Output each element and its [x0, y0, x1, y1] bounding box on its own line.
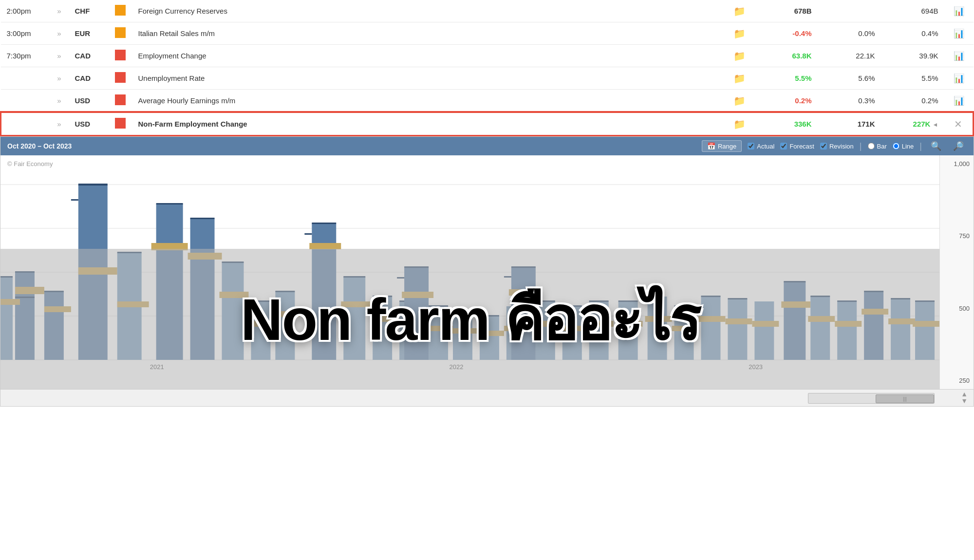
actual-cell: -0.4% [754, 22, 818, 45]
forecast-cell: 171K [818, 112, 881, 136]
forecast-cell: 5.6% [818, 67, 881, 90]
revision-checkbox-label[interactable]: Revision [820, 143, 854, 150]
sound-icon: » [57, 7, 61, 15]
sound-icon-cell: » [50, 90, 69, 112]
doc-icon: 📁 [733, 119, 746, 130]
actual-checkbox[interactable] [748, 143, 754, 149]
forecast-cell [818, 0, 881, 22]
actual-label: Actual [757, 143, 774, 150]
currency-cell: USD [69, 112, 108, 136]
flag-cell [108, 67, 132, 90]
scrollbar-track[interactable]: ||| [808, 393, 935, 404]
chart-icon[interactable]: 📊 [954, 74, 964, 83]
impact-flag [115, 94, 126, 105]
svg-rect-36 [312, 223, 336, 224]
chart-canvas: © Fair Economy [0, 155, 939, 389]
actual-checkbox-label[interactable]: Actual [748, 143, 774, 150]
table-row: 3:00pm » EUR Italian Retail Sales m/m 📁 … [1, 22, 974, 45]
doc-cell: 📁 [725, 90, 754, 112]
actual-cell: 63.8K [754, 45, 818, 67]
chart-cell[interactable]: 📊 [944, 67, 974, 90]
doc-cell: 📁 [725, 112, 754, 136]
svg-rect-37 [304, 233, 312, 235]
sound-icon-cell: » [50, 0, 69, 22]
scrollbar-thumb[interactable]: ||| [876, 394, 934, 403]
range-label: Range [718, 143, 736, 150]
flag-cell [108, 45, 132, 67]
chart-controls: 📅 Range Actual Forecast Revision | Bar [702, 140, 967, 152]
doc-icon: 📁 [733, 73, 746, 84]
svg-rect-15 [71, 199, 78, 201]
svg-rect-21 [156, 203, 183, 205]
sound-icon: » [57, 29, 61, 37]
flag-cell [108, 112, 132, 136]
chart-cell[interactable]: 📊 [944, 45, 974, 67]
event-cell: Average Hourly Earnings m/m [132, 90, 725, 112]
chart-icon[interactable]: 📊 [954, 29, 964, 38]
doc-icon: 📁 [733, 95, 746, 106]
range-button[interactable]: 📅 Range [702, 140, 742, 152]
y-label-500: 500 [944, 305, 970, 312]
chart-y-axis: 1,000 750 500 250 [939, 155, 974, 389]
chart-cell[interactable]: 📊 [944, 0, 974, 22]
chart-cell[interactable]: 📊 [944, 22, 974, 45]
revision-checkbox[interactable] [820, 143, 827, 149]
chart-cell[interactable]: 📊 [944, 90, 974, 112]
chart-cell[interactable]: ✕ [944, 112, 974, 136]
divider2: | [919, 141, 922, 151]
currency-cell: CAD [69, 67, 108, 90]
chart-icon[interactable]: 📊 [954, 51, 964, 61]
chart-watermark: © Fair Economy [7, 160, 53, 168]
scrollbar-thumb-icon: ||| [903, 396, 907, 402]
impact-flag [115, 72, 126, 83]
y-label-750: 750 [944, 232, 970, 240]
line-radio-label[interactable]: Line [893, 143, 914, 150]
table-row: 2:00pm » CHF Foreign Currency Reserves 📁… [1, 0, 974, 22]
line-radio[interactable] [893, 143, 899, 149]
event-cell: Unemployment Rate [132, 67, 725, 90]
previous-cell: 227K ◄ [881, 112, 944, 136]
bar-radio-label[interactable]: Bar [868, 143, 887, 150]
doc-icon: 📁 [733, 6, 746, 17]
actual-cell: 0.2% [754, 90, 818, 112]
sound-icon-cell: » [50, 112, 69, 136]
revision-label: Revision [829, 143, 854, 150]
chart-icon[interactable]: 📊 [954, 6, 964, 16]
close-icon[interactable]: ✕ [954, 119, 962, 130]
table-row: 7:30pm » CAD Employment Change 📁 63.8K 2… [1, 45, 974, 67]
y-label-250: 250 [944, 377, 970, 384]
sound-icon: » [57, 120, 61, 128]
zoom-in-icon[interactable]: 🔎 [950, 140, 967, 152]
previous-cell: 694B [881, 0, 944, 22]
calendar-icon: 📅 [707, 142, 715, 150]
sound-icon: » [57, 74, 61, 82]
previous-value: 227K [913, 120, 931, 128]
currency-cell: USD [69, 90, 108, 112]
chart-date-range: Oct 2020 – Oct 2023 [7, 142, 72, 150]
actual-cell: 5.5% [754, 67, 818, 90]
previous-cell: 5.5% [881, 67, 944, 90]
chart-header: Oct 2020 – Oct 2023 📅 Range Actual Forec… [0, 137, 974, 155]
previous-cell: 0.2% [881, 90, 944, 112]
doc-icon: 📁 [733, 51, 746, 61]
scroll-down-icon[interactable]: ▼ [961, 397, 968, 404]
previous-cell: 39.9K [881, 45, 944, 67]
forecast-checkbox[interactable] [780, 143, 787, 149]
impact-flag [115, 118, 126, 129]
bar-radio[interactable] [868, 143, 875, 149]
chart-bottom: ||| ▲ ▼ [0, 389, 974, 406]
flag-cell [108, 22, 132, 45]
overlay-text: Non farm คืออะไร [241, 273, 699, 366]
y-label-1000: 1,000 [944, 160, 970, 168]
flag-cell [108, 90, 132, 112]
time-cell [1, 90, 50, 112]
doc-cell: 📁 [725, 45, 754, 67]
impact-flag [115, 50, 126, 60]
zoom-out-icon[interactable]: 🔍 [928, 140, 944, 152]
chart-icon[interactable]: 📊 [954, 96, 964, 106]
table-row: » CAD Unemployment Rate 📁 5.5% 5.6% 5.5%… [1, 67, 974, 90]
scroll-up-icon[interactable]: ▲ [961, 391, 968, 397]
forecast-checkbox-label[interactable]: Forecast [780, 143, 814, 150]
event-cell: Employment Change [132, 45, 725, 67]
chart-area: © Fair Economy [0, 155, 974, 389]
